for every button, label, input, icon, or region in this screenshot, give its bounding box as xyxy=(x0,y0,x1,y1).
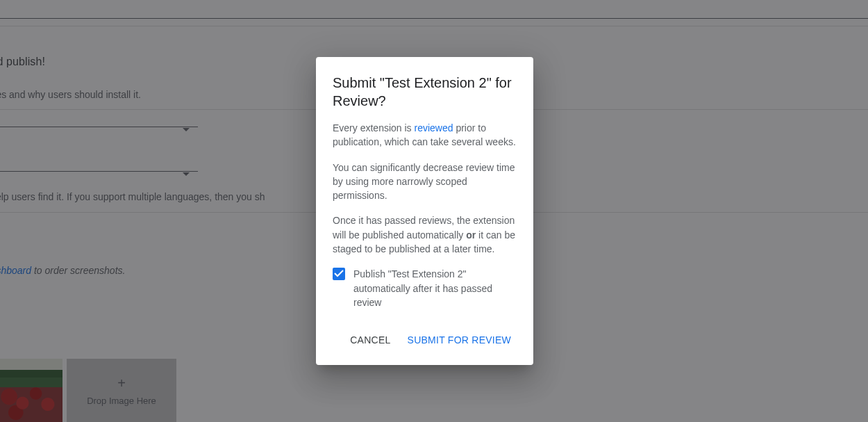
submit-review-dialog: Submit "Test Extension 2" for Review? Ev… xyxy=(316,57,533,365)
auto-publish-label: Publish "Test Extension 2" automatically… xyxy=(353,267,517,309)
dialog-actions: Cancel Submit for review xyxy=(333,323,517,359)
cancel-button[interactable]: Cancel xyxy=(344,329,396,351)
text-emphasis: or xyxy=(466,229,476,241)
dialog-paragraph-1: Every extension is reviewed prior to pub… xyxy=(333,121,517,149)
reviewed-link[interactable]: reviewed xyxy=(415,122,453,133)
submit-for-review-button[interactable]: Submit for review xyxy=(402,329,517,351)
dialog-paragraph-2: You can significantly decrease review ti… xyxy=(333,161,517,203)
dialog-paragraph-3: Once it has passed reviews, the extensio… xyxy=(333,213,517,256)
checkmark-icon xyxy=(334,270,344,277)
auto-publish-row: Publish "Test Extension 2" automatically… xyxy=(333,267,517,309)
auto-publish-checkbox[interactable] xyxy=(333,268,345,280)
dialog-title: Submit "Test Extension 2" for Review? xyxy=(333,74,517,110)
text: Every extension is xyxy=(333,122,415,133)
